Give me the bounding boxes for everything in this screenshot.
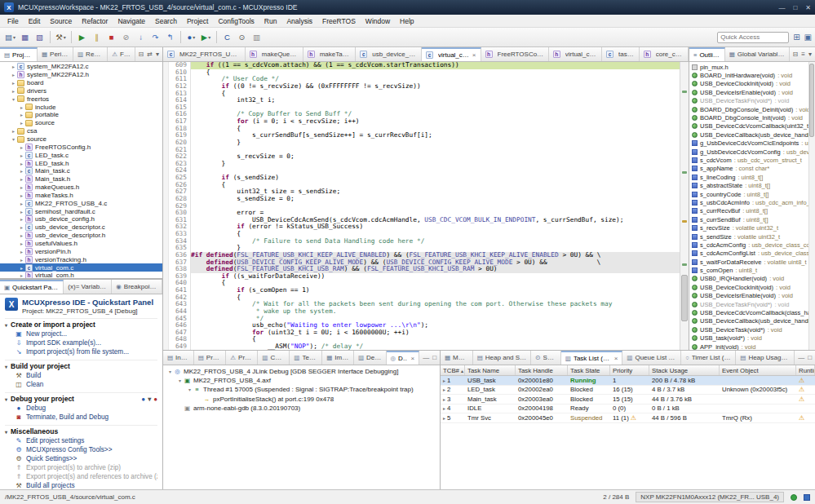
code-line[interactable]: 624	[163, 167, 680, 175]
tree-item-csa[interactable]: ▸csa	[0, 127, 162, 135]
twisty-icon[interactable]: ▸	[10, 128, 17, 134]
twisty-icon[interactable]: ▸	[18, 224, 25, 230]
code-line[interactable]: 617 for (i = 0; i < s_recvSize; i++)	[163, 118, 680, 126]
quickstart-section-create-or-import-a-project[interactable]: ▾Create or import a project	[5, 318, 157, 329]
code-line[interactable]: 640 {	[163, 280, 680, 287]
debug-red-icon[interactable]: ●	[153, 396, 157, 403]
code-line[interactable]: 615	[163, 104, 680, 112]
outline-item-usb-devicetaskfn[interactable]: USB_DeviceTaskFn(void*) : void	[689, 97, 815, 105]
outline-item-s-abstractstate[interactable]: s_abstractState : uint8_t[]	[689, 181, 815, 189]
twisty-icon[interactable]: ▸	[18, 216, 25, 222]
outline-item-g-usbdevicecdcvcomcicendpoints[interactable]: g_UsbDeviceCdcVcomCicEndpoints : usb_dev…	[689, 139, 815, 148]
breakpoint-margin[interactable]	[163, 301, 169, 308]
menu-analysis[interactable]: Analysis	[281, 16, 317, 26]
tree-item-freertosconfig-h[interactable]: ▸hFreeRTOSConfig.h	[0, 143, 162, 151]
toolbar-build-icon[interactable]: ⚒▾	[54, 30, 68, 45]
tree-item-freertos[interactable]: ▾freertos	[0, 95, 162, 103]
twisty-icon[interactable]: ▸	[10, 72, 17, 77]
quickstart-tab-x-variables[interactable]: (x)= Variables	[64, 280, 112, 294]
toolbar-run-icon[interactable]: ▶▾	[199, 30, 213, 45]
outline-item-s-cdcacmconfig[interactable]: s_cdcAcmConfig : usb_device_class_config…	[689, 241, 815, 249]
project-explorer-tab-project-e[interactable]: ▤Project E...	[0, 47, 38, 61]
outline-item-usb-devicecdcvcomcallback[interactable]: USB_DeviceCdcVcomCallback(class_handle_t…	[689, 308, 815, 316]
tree-item-makequeues-h[interactable]: ▸hmakeQueues.h	[0, 183, 162, 192]
tree-item-maketasks-h[interactable]: ▸hmakeTasks.h	[0, 192, 162, 200]
task-list-tab-heap-usage-free[interactable]: ▤Heap Usage (Free...	[736, 351, 795, 365]
breakpoint-margin[interactable]	[163, 167, 169, 175]
breakpoint-margin[interactable]	[163, 147, 169, 154]
code-line[interactable]: 645 */	[163, 316, 680, 323]
quickstart-action-terminate-build-and-debug[interactable]: ◙Terminate, Build and Debug	[5, 413, 157, 422]
code-line[interactable]: 610 {	[163, 69, 680, 77]
menu-window[interactable]: Window	[361, 16, 395, 26]
breakpoint-margin[interactable]	[163, 203, 169, 210]
column-header-stack-usage[interactable]: Stack Usage	[649, 365, 720, 375]
breakpoint-margin[interactable]	[163, 139, 169, 147]
toolbar-disconnect-icon[interactable]: ⊘	[119, 30, 133, 45]
quickstart-action-export-project-s-and-references-to-archive-zip[interactable]: ⇑Export project(s) and references to arc…	[5, 472, 157, 481]
outline-item-board-inithardware[interactable]: BOARD_InitHardware(void) : void	[689, 71, 815, 79]
outline-item-s-countrycode[interactable]: s_countryCode : uint8_t[]	[689, 190, 815, 198]
debug-view-tab-install[interactable]: ▤Install...	[163, 351, 194, 365]
breakpoint-margin[interactable]	[163, 126, 169, 133]
quickstart-action-import-sdk-example-s[interactable]: ⇩Import SDK example(s)...	[5, 338, 157, 347]
breakpoint-margin[interactable]	[163, 104, 169, 112]
breakpoint-margin[interactable]	[163, 217, 169, 224]
twisty-icon[interactable]: ▸	[10, 88, 17, 94]
quickstart-action-debug[interactable]: ●Debug	[5, 404, 157, 413]
editor-tab-tasks-c[interactable]: ctasks.c	[602, 47, 640, 61]
tree-item-main-task-h[interactable]: ▸hMain_task.h	[0, 175, 162, 183]
column-header-event-object[interactable]: Event Object	[720, 365, 796, 375]
outline-item-usb-deviceclockinit[interactable]: USB_DeviceClockInit(void) : void	[689, 80, 815, 88]
editor-tab-freertosconfig-h[interactable]: hFreeRTOSConfig.h	[481, 47, 549, 61]
twisty-icon[interactable]: ▸	[443, 405, 445, 411]
twisty-icon[interactable]: ▸	[443, 396, 445, 402]
twisty-icon[interactable]: ▸	[18, 144, 25, 150]
menu-freertos[interactable]: FreeRTOS	[317, 16, 361, 26]
menu-edit[interactable]: Edit	[24, 16, 46, 26]
tree-item-include[interactable]: ▸include	[0, 103, 162, 111]
close-icon[interactable]: ×	[472, 51, 476, 59]
menu-navigate[interactable]: Navigate	[113, 16, 150, 26]
quick-access-input[interactable]	[717, 32, 789, 43]
debug-tree-item-pxportinitialisestack[interactable]: →pxPortInitialiseStack() at port.c:199 0…	[163, 395, 440, 404]
code-line[interactable]: 641 if (s_comOpen == 1)	[163, 287, 680, 294]
task-list-tab-queue-list-freer[interactable]: ▥Queue List (FreeR...	[622, 351, 681, 365]
quickstart-action-new-project[interactable]: ▣New project...	[5, 329, 157, 338]
quickstart-section-build-your-project[interactable]: ▾Build your project	[5, 360, 157, 370]
twisty-icon[interactable]: ▾	[186, 387, 193, 392]
task-row-usb-task[interactable]: ▸1USB_task0x20001e80Running1200 B / 4.78…	[441, 376, 815, 386]
twisty-icon[interactable]: ▾	[10, 96, 17, 102]
tree-item-mk22-frtos-usb-4-c[interactable]: ▸cMK22_FRTOS_USB_4.c	[0, 199, 162, 207]
twisty-icon[interactable]: ▸	[18, 232, 25, 238]
code-line[interactable]: 620 }	[163, 139, 680, 147]
breakpoint-margin[interactable]	[163, 266, 169, 273]
debug-view-tab-termin[interactable]: ▥Termin...	[290, 351, 322, 365]
debug-tree-item-mk22-frtos-usb-4-axf[interactable]: ▾▣MK22_FRTOS_USB_4.axf	[163, 376, 440, 385]
code-line[interactable]: 623 }	[163, 161, 680, 168]
code-line[interactable]: 612 if ((0 != s_recvSize) && (0xFFFFFFFF…	[163, 83, 680, 91]
twisty-icon[interactable]: ▸	[18, 104, 25, 110]
breakpoint-margin[interactable]	[163, 132, 169, 139]
menu-search[interactable]: Search	[150, 16, 182, 26]
outline-item-s-appname[interactable]: s_appName : const char*	[689, 165, 815, 173]
editor-tab-makequeues-h[interactable]: hmakeQueues.h	[246, 47, 303, 61]
breakpoint-margin[interactable]	[163, 118, 169, 126]
breakpoint-margin[interactable]	[163, 245, 169, 252]
breakpoint-margin[interactable]	[163, 182, 169, 189]
project-explorer-tab-faults[interactable]: ⚠Faults	[108, 47, 135, 61]
maximize-icon[interactable]: □	[808, 354, 812, 361]
menu-project[interactable]: Project	[182, 16, 213, 26]
toolbar-step-into-icon[interactable]: ↓	[134, 30, 148, 45]
breakpoint-margin[interactable]	[163, 210, 169, 217]
toolbar-suspend-icon[interactable]: ∥	[90, 30, 104, 45]
code-line[interactable]: 618 {	[163, 126, 680, 133]
task-row-idle[interactable]: ▸4IDLE0x20004198Ready0 (0)0 B / 1 kB	[441, 405, 815, 414]
tree-item-semihost-hardfault-c[interactable]: ▸csemihost_hardfault.c	[0, 207, 162, 215]
outline-item-s-waitfordatareceive[interactable]: s_waitForDataReceive : volatile uint8_t	[689, 258, 815, 266]
editor-overview-ruler[interactable]	[680, 62, 689, 350]
quickstart-action-export-project-s-to-archive-zip[interactable]: ⇑Export project(s) to archive (zip)	[5, 463, 157, 472]
task-list-tab-memory[interactable]: ▦Memory	[441, 351, 473, 365]
task-row-tmr-svc[interactable]: ▸5Tmr Svc0x200045e0Suspended11 (1)⚠44 B …	[441, 413, 815, 423]
tree-item-portable[interactable]: ▸portable	[0, 111, 162, 119]
